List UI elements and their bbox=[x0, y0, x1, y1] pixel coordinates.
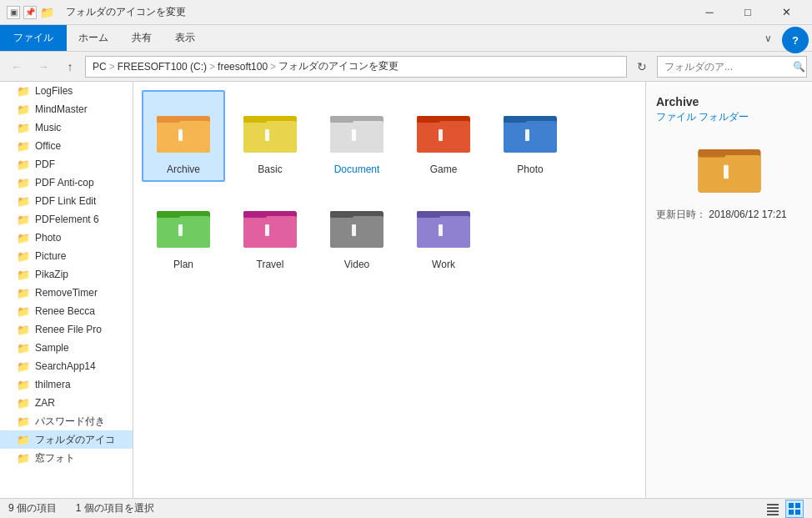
sidebar-item-office[interactable]: 📁 Office bbox=[0, 137, 133, 155]
folder-icon: 📁 bbox=[17, 250, 30, 263]
sidebar-item-renee-becca[interactable]: 📁 Renee Becca bbox=[0, 302, 133, 320]
folder-video[interactable]: Video bbox=[315, 185, 398, 277]
preview-panel: Archive ファイル フォルダー 更新日時： 2018/06/12 17:2… bbox=[645, 82, 812, 498]
folder-icon: 📁 bbox=[17, 397, 30, 410]
svg-rect-7 bbox=[265, 129, 269, 141]
refresh-button[interactable]: ↻ bbox=[630, 55, 654, 78]
back-button[interactable]: ← bbox=[5, 55, 28, 78]
folder-icon-wrap bbox=[327, 195, 387, 255]
sidebar-item-pdfelement[interactable]: 📁 PDFelement 6 bbox=[0, 210, 133, 229]
sidebar-label: ZAR bbox=[35, 397, 55, 409]
preview-folder-svg bbox=[696, 138, 763, 194]
sidebar-label: thilmera bbox=[35, 379, 71, 390]
sidebar-item-thilmera[interactable]: 📁 thilmera bbox=[0, 375, 133, 394]
svg-rect-3 bbox=[178, 129, 183, 141]
folder-icon: 📁 bbox=[17, 214, 30, 226]
folder-icon: 📁 bbox=[17, 379, 30, 391]
search-input[interactable] bbox=[664, 61, 789, 73]
sidebar-item-photo[interactable]: 📁 Photo bbox=[0, 229, 133, 247]
home-tab[interactable]: ホーム bbox=[67, 25, 120, 51]
svg-rect-45 bbox=[795, 503, 800, 508]
sidebar-item-madophoto[interactable]: 📁 窓フォト bbox=[0, 449, 133, 467]
sidebar-label: パスワード付き bbox=[35, 415, 105, 429]
video-folder-svg bbox=[328, 201, 385, 249]
svg-rect-9 bbox=[330, 121, 383, 153]
path-freesoft[interactable]: freesoft100 bbox=[218, 61, 268, 73]
folder-plan[interactable]: Plan bbox=[142, 185, 225, 277]
sidebar-label: LogFiles bbox=[35, 85, 73, 97]
svg-rect-40 bbox=[767, 504, 779, 505]
folder-travel[interactable]: Travel bbox=[228, 185, 312, 277]
sidebar-item-picture[interactable]: 📁 Picture bbox=[0, 247, 133, 265]
sidebar-label: フォルダのアイコ bbox=[35, 433, 115, 447]
sidebar-item-pdf[interactable]: 📁 PDF bbox=[0, 155, 133, 174]
sidebar-label: PDF Anti-cop bbox=[35, 177, 94, 189]
close-button[interactable]: ✕ bbox=[767, 0, 805, 25]
sidebar: 📁 LogFiles 📁 MindMaster 📁 Music 📁 Office… bbox=[0, 82, 133, 498]
folder-icon: 📁 bbox=[17, 195, 30, 208]
folder-basic[interactable]: Basic bbox=[228, 90, 312, 182]
search-box[interactable]: 🔍 bbox=[657, 56, 807, 78]
folder-game[interactable]: Game bbox=[402, 90, 485, 182]
up-button[interactable]: ↑ bbox=[58, 55, 82, 78]
folder-icon: 📁 bbox=[17, 360, 30, 373]
svg-rect-18 bbox=[504, 116, 527, 123]
address-path[interactable]: PC > FREESOFT100 (C:) > freesoft100 > フォ… bbox=[85, 56, 627, 78]
folder-icon-wrap bbox=[153, 195, 213, 255]
forward-button[interactable]: → bbox=[32, 55, 55, 78]
sidebar-label: Picture bbox=[35, 250, 66, 262]
folder-icon: 📁 bbox=[17, 232, 30, 244]
sidebar-item-pikazip[interactable]: 📁 PikaZip bbox=[0, 265, 133, 284]
folder-label: Archive bbox=[167, 163, 200, 175]
status-bar: 9 個の項目 1 個の項目を選択 bbox=[0, 498, 812, 518]
maximize-button[interactable]: □ bbox=[729, 0, 767, 25]
folder-label: Document bbox=[334, 163, 380, 175]
sidebar-item-music[interactable]: 📁 Music bbox=[0, 118, 133, 137]
folder-document[interactable]: Document bbox=[315, 90, 398, 182]
svg-rect-37 bbox=[698, 155, 760, 193]
svg-rect-10 bbox=[330, 116, 353, 123]
folder-label: Travel bbox=[257, 259, 284, 270]
sidebar-item-password[interactable]: 📁 パスワード付き bbox=[0, 412, 133, 430]
folder-icon: 📁 bbox=[17, 452, 30, 465]
sidebar-item-folder-icon[interactable]: 📁 フォルダのアイコ bbox=[0, 430, 133, 449]
help-button[interactable]: ? bbox=[782, 27, 809, 53]
svg-rect-42 bbox=[767, 510, 779, 512]
folder-archive[interactable]: Archive bbox=[142, 90, 225, 182]
sidebar-item-renee-file[interactable]: 📁 Renee File Pro bbox=[0, 320, 133, 339]
sidebar-item-mindmaster[interactable]: 📁 MindMaster bbox=[0, 100, 133, 118]
svg-rect-26 bbox=[243, 211, 267, 218]
view-controls bbox=[764, 500, 804, 518]
folder-icon: 📁 bbox=[17, 140, 30, 153]
path-current[interactable]: フォルダのアイコンを変更 bbox=[278, 59, 398, 73]
sidebar-item-searchapp[interactable]: 📁 SearchApp14 bbox=[0, 357, 133, 375]
sidebar-item-logfiles[interactable]: 📁 LogFiles bbox=[0, 82, 133, 100]
sidebar-label: 窓フォト bbox=[35, 451, 75, 465]
path-drive[interactable]: FREESOFT100 (C:) bbox=[118, 61, 207, 73]
ribbon-expand-button[interactable]: ∨ bbox=[758, 25, 779, 51]
folder-work[interactable]: Work bbox=[402, 185, 485, 277]
sidebar-item-pdf-link[interactable]: 📁 PDF Link Edit bbox=[0, 192, 133, 210]
svg-rect-1 bbox=[157, 121, 210, 153]
folder-icon-wrap bbox=[153, 100, 213, 160]
search-icon[interactable]: 🔍 bbox=[793, 61, 805, 73]
sidebar-item-removetimer[interactable]: 📁 RemoveTimer bbox=[0, 284, 133, 302]
svg-rect-23 bbox=[178, 224, 183, 236]
system-menu-icon[interactable]: ▣ bbox=[7, 6, 20, 19]
sidebar-item-sample[interactable]: 📁 Sample bbox=[0, 339, 133, 357]
sidebar-label: Renee File Pro bbox=[35, 324, 102, 335]
path-pc[interactable]: PC bbox=[93, 61, 107, 73]
grid-view-button[interactable] bbox=[785, 500, 804, 518]
game-folder-svg bbox=[415, 106, 472, 154]
sidebar-item-pdf-anticop[interactable]: 📁 PDF Anti-cop bbox=[0, 174, 133, 192]
sidebar-item-zar[interactable]: 📁 ZAR bbox=[0, 394, 133, 412]
folder-photo[interactable]: Photo bbox=[489, 90, 572, 182]
list-view-button[interactable] bbox=[764, 500, 782, 518]
file-menu-button[interactable]: ファイル bbox=[0, 25, 67, 51]
view-tab[interactable]: 表示 bbox=[163, 25, 207, 51]
folder-icon: 📁 bbox=[17, 324, 30, 336]
quick-access-icon[interactable]: 📌 bbox=[23, 6, 37, 19]
share-tab[interactable]: 共有 bbox=[120, 25, 163, 51]
minimize-button[interactable]: ─ bbox=[690, 0, 729, 25]
sidebar-label: Photo bbox=[35, 232, 61, 244]
